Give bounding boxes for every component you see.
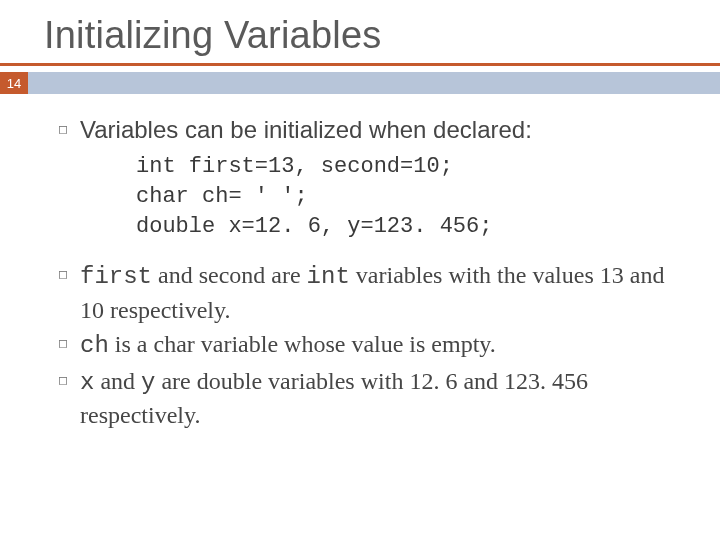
page-number-badge: 14 — [0, 72, 28, 94]
list-item: ◻ first and second are int variables wit… — [58, 259, 680, 326]
explanation-list: ◻ first and second are int variables wit… — [58, 259, 680, 431]
bullet-marker-icon: ◻ — [58, 365, 80, 387]
bullet-marker-icon: ◻ — [58, 259, 80, 281]
item-3-text: x and y are double variables with 12. 6 … — [80, 365, 680, 432]
code-line-1: int first=13, second=10; — [136, 154, 453, 179]
bullet-marker-icon: ◻ — [58, 328, 80, 350]
intro-text: Variables can be initialized when declar… — [80, 114, 680, 146]
content-area: ◻ Variables can be initialized when decl… — [0, 94, 720, 431]
slide-title: Initializing Variables — [0, 0, 720, 63]
code-span: int — [307, 263, 350, 290]
code-span: first — [80, 263, 152, 290]
item-1-text: first and second are int variables with … — [80, 259, 680, 326]
text-span: and — [94, 368, 141, 394]
accent-line — [0, 63, 720, 66]
bullet-marker-icon: ◻ — [58, 114, 80, 136]
code-span: ch — [80, 332, 109, 359]
list-item: ◻ x and y are double variables with 12. … — [58, 365, 680, 432]
list-item: ◻ ch is a char variable whose value is e… — [58, 328, 680, 362]
text-span: is a char variable whose value is empty. — [109, 331, 496, 357]
intro-bullet: ◻ Variables can be initialized when decl… — [58, 114, 680, 146]
header-band-fill — [28, 72, 720, 94]
code-line-3: double x=12. 6, y=123. 456; — [136, 214, 492, 239]
code-span: y — [141, 369, 155, 396]
header-band: 14 — [0, 72, 720, 94]
code-span: x — [80, 369, 94, 396]
text-span: and second are — [152, 262, 307, 288]
code-block: int first=13, second=10; char ch= ' '; d… — [136, 152, 680, 241]
slide: Initializing Variables 14 ◻ Variables ca… — [0, 0, 720, 540]
text-span: are double variables with 12. 6 and 123.… — [80, 368, 588, 428]
item-2-text: ch is a char variable whose value is emp… — [80, 328, 680, 362]
code-line-2: char ch= ' '; — [136, 184, 308, 209]
